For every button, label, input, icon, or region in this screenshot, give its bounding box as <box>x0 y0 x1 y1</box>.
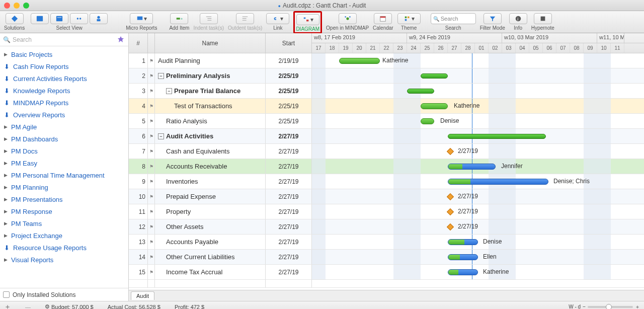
chart-cell[interactable]: 2/27/19 <box>312 204 644 219</box>
chart-cell[interactable]: Katherine <box>312 53 644 68</box>
indent-button[interactable] <box>200 13 218 24</box>
flag-icon[interactable]: ⚑ <box>148 84 155 98</box>
sidebar-item[interactable]: ⬇Resource Usage Reports <box>0 242 128 254</box>
sidebar-item[interactable]: ▶PM Personal Time Management <box>0 169 128 181</box>
collapse-icon[interactable]: − <box>166 88 172 94</box>
view-button-4[interactable] <box>90 13 108 24</box>
only-installed-checkbox[interactable] <box>3 291 10 298</box>
micro-reports-button[interactable]: ▾ <box>130 13 153 24</box>
chart-cell[interactable]: Denise <box>312 235 644 249</box>
sidebar-item[interactable]: ⬇MINDMAP Reports <box>0 97 128 109</box>
task-bar[interactable] <box>448 239 478 245</box>
task-bar[interactable] <box>421 73 448 79</box>
sidebar-item[interactable]: ▶Project Exchange <box>0 229 128 242</box>
flag-icon[interactable]: ⚑ <box>148 114 155 128</box>
chart-cell[interactable]: 2/27/19 <box>312 219 644 234</box>
filter-mode-button[interactable] <box>484 13 502 24</box>
chart-cell[interactable] <box>312 68 644 83</box>
task-row[interactable]: 1⚑Audit Planning2/19/19Katherine <box>129 53 644 68</box>
flag-icon[interactable]: ⚑ <box>148 129 155 143</box>
link-button[interactable]: ▾ <box>266 13 289 24</box>
chart-cell[interactable]: Denise <box>312 114 644 128</box>
flag-icon[interactable]: ⚑ <box>148 53 155 68</box>
sidebar-item[interactable]: ▶PM Easy <box>0 157 128 169</box>
zoom-control[interactable]: W - d −＋ <box>569 303 640 310</box>
task-row[interactable]: 13⚑Accounts Payable2/27/19Denise <box>129 235 644 250</box>
task-bar[interactable] <box>448 269 478 275</box>
task-name-cell[interactable]: Accounts Receivable <box>155 159 266 174</box>
view-button-2[interactable] <box>50 13 68 24</box>
outdent-button[interactable] <box>236 13 254 24</box>
flag-icon[interactable]: ⚑ <box>148 99 155 113</box>
task-name-cell[interactable]: Other Assets <box>155 219 266 234</box>
task-name-cell[interactable]: Cash and Equivalents <box>155 144 266 159</box>
milestone-diamond[interactable] <box>447 148 454 155</box>
task-row[interactable]: 7⚑Cash and Equivalents2/27/192/27/19 <box>129 144 644 159</box>
task-name-cell[interactable]: Test of Transactions <box>155 99 266 113</box>
sidebar-item[interactable]: ▶PM Docs <box>0 145 128 157</box>
sidebar-item[interactable]: ▶PM Response <box>0 205 128 217</box>
pin-icon[interactable] <box>116 35 125 44</box>
sidebar-item[interactable]: ⬇Overview Reports <box>0 109 128 121</box>
task-name-cell[interactable]: Accounts Payable <box>155 235 266 249</box>
add-item-button[interactable]: + <box>170 13 188 24</box>
sidebar-item[interactable]: ▶Basic Projects <box>0 48 128 60</box>
flag-icon[interactable]: ⚑ <box>148 159 155 174</box>
flag-icon[interactable]: ⚑ <box>148 204 155 219</box>
flag-icon[interactable]: ⚑ <box>148 174 155 189</box>
gantt-tab[interactable]: Audit <box>131 291 154 300</box>
diagram-button[interactable]: ▾ <box>296 14 319 25</box>
task-bar[interactable] <box>421 103 448 109</box>
sidebar-item[interactable]: ▶PM Teams <box>0 217 128 229</box>
task-name-cell[interactable]: Ratio Analysis <box>155 114 266 128</box>
task-bar[interactable] <box>339 58 380 64</box>
milestone-diamond[interactable] <box>447 208 454 215</box>
task-name-cell[interactable]: Property <box>155 204 266 219</box>
task-name-cell[interactable]: Income Tax Accrual <box>155 265 266 279</box>
sidebar-item[interactable]: ⬇Current Activities Reports <box>0 72 128 85</box>
task-row[interactable]: 15⚑Income Tax Accrual2/27/19Katherine <box>129 265 644 280</box>
minimize-icon[interactable] <box>14 3 20 9</box>
task-bar[interactable] <box>448 164 496 170</box>
remove-tab-button[interactable]: — <box>25 304 31 310</box>
task-row[interactable]: 14⚑Other Current Liabilities2/27/19Ellen <box>129 250 644 265</box>
flag-icon[interactable]: ⚑ <box>148 250 155 264</box>
view-button-1[interactable] <box>31 13 49 24</box>
task-bar[interactable] <box>448 254 478 260</box>
close-icon[interactable] <box>4 3 10 9</box>
chart-cell[interactable]: 2/27/19 <box>312 144 644 159</box>
task-row[interactable]: 2⚑−Preliminary Analysis2/25/19 <box>129 68 644 84</box>
flag-icon[interactable]: ⚑ <box>148 219 155 234</box>
task-row[interactable]: 8⚑Accounts Receivable2/27/19Jennifer <box>129 159 644 174</box>
solutions-button[interactable] <box>6 13 24 24</box>
sidebar-item[interactable]: ▶Visual Reports <box>0 254 128 266</box>
chart-cell[interactable] <box>312 129 644 143</box>
task-bar[interactable] <box>448 134 546 139</box>
task-row[interactable]: 3⚑−Prepare Trial Balance2/25/19 <box>129 84 644 99</box>
task-name-cell[interactable]: −Preliminary Analysis <box>155 68 266 83</box>
flag-icon[interactable]: ⚑ <box>148 68 155 83</box>
chart-cell[interactable]: 2/27/19 <box>312 189 644 204</box>
task-name-cell[interactable]: −Prepare Trial Balance <box>155 84 266 98</box>
chart-cell[interactable] <box>312 84 644 98</box>
task-bar[interactable] <box>448 179 548 185</box>
sidebar-item[interactable]: ▶PM Presentations <box>0 193 128 205</box>
task-row[interactable]: 5⚑Ratio Analysis2/25/19Denise <box>129 114 644 129</box>
milestone-diamond[interactable] <box>447 193 454 200</box>
task-row[interactable]: 10⚑Prepaid Expense2/27/192/27/19 <box>129 189 644 204</box>
view-button-3[interactable] <box>70 13 88 24</box>
task-row[interactable]: 11⚑Property2/27/192/27/19 <box>129 204 644 219</box>
flag-icon[interactable]: ⚑ <box>148 144 155 159</box>
calendar-button[interactable] <box>374 13 392 24</box>
chart-cell[interactable]: Jennifer <box>312 159 644 174</box>
task-name-cell[interactable]: Inventories <box>155 174 266 189</box>
sidebar-item[interactable]: ▶PM Agile <box>0 121 128 133</box>
chart-cell[interactable]: Katherine <box>312 99 644 113</box>
collapse-icon[interactable]: − <box>158 133 164 139</box>
open-mindmap-button[interactable] <box>339 13 357 24</box>
task-row[interactable]: 6⚑−Audit Activities2/27/19 <box>129 129 644 144</box>
hypernote-button[interactable] <box>534 13 552 24</box>
collapse-icon[interactable]: − <box>158 73 164 79</box>
sidebar-item[interactable]: ▶PM Planning <box>0 181 128 193</box>
gear-icon[interactable]: ⚙ <box>45 303 50 309</box>
